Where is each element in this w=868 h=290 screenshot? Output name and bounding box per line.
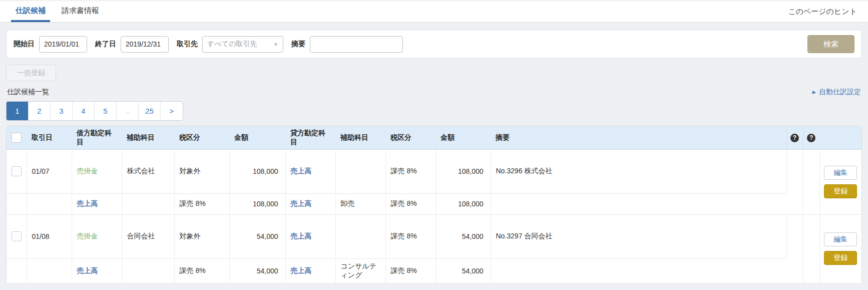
header-debit-tax: 税区分: [174, 126, 229, 149]
cell-debit-amount: 108,000: [229, 149, 285, 193]
cell-help-1: [786, 214, 803, 283]
cell-help-1: [786, 149, 803, 214]
auto-journal-settings-label: 自動仕訳設定: [819, 88, 861, 97]
row-checkbox[interactable]: [12, 231, 22, 241]
header-debit-sub: 補助科目: [122, 126, 174, 149]
partner-group: 取引先 すべての取引先 ▼: [177, 36, 283, 53]
cell-date: 01/07: [27, 149, 72, 193]
cell-debit-account[interactable]: 売上高: [72, 258, 122, 283]
header-credit-sub: 補助科目: [335, 126, 385, 149]
help-icon[interactable]: ?: [790, 134, 799, 142]
cell-credit-amount: 108,000: [436, 193, 491, 214]
list-title: 仕訳候補一覧: [7, 88, 49, 97]
chevron-down-icon: ▼: [273, 42, 278, 47]
cell-actions: 編集 登録: [819, 149, 861, 214]
cell-credit-sub: 卸売: [335, 193, 385, 214]
cell-credit-tax: 課売 8%: [385, 149, 436, 193]
register-button[interactable]: 登録: [824, 184, 857, 198]
tab-label: 仕訳候補: [16, 6, 46, 16]
tab-invoice-info[interactable]: 請求書情報: [57, 1, 104, 22]
table-header-row: 取引日 借方勘定科目 補助科目 税区分 金額 貸方勘定科目 補助科目 税区分 金…: [7, 126, 861, 149]
cell-credit-account[interactable]: 売上高: [285, 214, 335, 258]
cell-remark: No.3297 合同会社: [491, 214, 786, 258]
page-next-button[interactable]: >: [161, 102, 183, 120]
select-all-cell: [7, 126, 27, 149]
end-date-input[interactable]: [121, 36, 169, 53]
cell-credit-amount: 54,000: [436, 214, 491, 258]
header-credit-account: 貸方勘定科目: [285, 126, 335, 149]
row-checkbox[interactable]: [12, 166, 22, 176]
bulk-register-button[interactable]: 一括登録: [6, 65, 56, 81]
header-credit-tax: 税区分: [385, 126, 436, 149]
tab-journal-candidates[interactable]: 仕訳候補: [11, 1, 50, 22]
pagination: 1 2 3 4 5 .. 25 >: [6, 101, 183, 121]
header-remark: 摘要: [491, 126, 786, 149]
start-date-label: 開始日: [14, 40, 35, 49]
header-debit-account: 借方勘定科目: [72, 126, 122, 149]
cell-debit-account: 売掛金: [72, 149, 122, 193]
list-header: 仕訳候補一覧 ▶ 自動仕訳設定: [7, 88, 861, 97]
help-icon[interactable]: ?: [807, 134, 815, 142]
triangle-right-icon: ▶: [812, 90, 816, 95]
cell-credit-account[interactable]: 売上高: [285, 258, 335, 283]
table-row: 01/08 売掛金 合同会社 対象外 54,000 売上高 課売 8% 54,0…: [7, 214, 861, 258]
cell-debit-tax: 課売 8%: [174, 193, 229, 214]
end-date-label: 終了日: [95, 40, 116, 49]
cell-debit-tax: 対象外: [174, 214, 229, 258]
tab-bar: 仕訳候補 請求書情報 このページのヒント: [0, 1, 868, 23]
cell-credit-account[interactable]: 売上高: [285, 193, 335, 214]
register-button[interactable]: 登録: [824, 251, 857, 265]
header-date: 取引日: [27, 126, 72, 149]
header-help-1: ?: [786, 126, 803, 149]
page-button-5[interactable]: 5: [95, 102, 117, 120]
cell-date-empty: [27, 258, 72, 283]
cell-debit-amount: 54,000: [229, 258, 285, 283]
cell-debit-sub: [122, 258, 174, 283]
auto-journal-settings-link[interactable]: ▶ 自動仕訳設定: [812, 88, 861, 97]
page-button-4[interactable]: 4: [73, 102, 95, 120]
cell-credit-tax: 課売 8%: [385, 258, 436, 283]
edit-button[interactable]: 編集: [824, 232, 857, 246]
page-button-25[interactable]: 25: [139, 102, 161, 120]
cell-debit-sub: 合同会社: [122, 214, 174, 258]
row-checkbox-cell-empty: [7, 193, 27, 214]
header-actions: [819, 126, 861, 149]
cell-credit-tax: 課売 8%: [385, 193, 436, 214]
partner-select[interactable]: すべての取引先 ▼: [202, 36, 283, 53]
row-checkbox-cell: [7, 214, 27, 258]
cell-remark-empty: [491, 193, 786, 214]
cell-credit-sub: [335, 214, 385, 258]
cell-actions: 編集 登録: [819, 214, 861, 283]
row-checkbox-cell: [7, 149, 27, 193]
journal-candidates-table-card: 取引日 借方勘定科目 補助科目 税区分 金額 貸方勘定科目 補助科目 税区分 金…: [6, 126, 862, 283]
cell-credit-sub: コンサルティング: [335, 258, 385, 283]
search-button[interactable]: 検索: [807, 35, 854, 53]
page-button-2[interactable]: 2: [29, 102, 51, 120]
cell-debit-amount: 54,000: [229, 214, 285, 258]
cell-debit-tax: 対象外: [174, 149, 229, 193]
cell-date: 01/08: [27, 214, 72, 258]
filter-panel: 開始日 終了日 取引先 すべての取引先 ▼ 摘要 検索: [6, 30, 862, 59]
end-date-group: 終了日: [95, 36, 169, 53]
cell-remark: No.3296 株式会社: [491, 149, 786, 193]
table-sub-row: 売上高 課売 8% 54,000 売上高 コンサルティング 課売 8% 54,0…: [7, 258, 861, 283]
cell-debit-account[interactable]: 売上高: [72, 193, 122, 214]
cell-debit-sub: 株式会社: [122, 149, 174, 193]
page-button-1[interactable]: 1: [7, 102, 29, 120]
cell-debit-amount: 108,000: [229, 193, 285, 214]
remark-label: 摘要: [291, 40, 305, 49]
row-checkbox-cell-empty: [7, 258, 27, 283]
edit-button[interactable]: 編集: [824, 166, 857, 180]
cell-credit-amount: 54,000: [436, 258, 491, 283]
cell-credit-account[interactable]: 売上高: [285, 149, 335, 193]
start-date-input[interactable]: [39, 36, 87, 53]
cell-credit-amount: 108,000: [436, 149, 491, 193]
tabbar-spacer: [111, 1, 788, 22]
cell-debit-tax: 課売 8%: [174, 258, 229, 283]
remark-input[interactable]: [310, 36, 403, 53]
page-hint-link[interactable]: このページのヒント: [788, 1, 857, 22]
page-button-3[interactable]: 3: [51, 102, 73, 120]
header-credit-amount: 金額: [436, 126, 491, 149]
select-all-checkbox[interactable]: [12, 133, 22, 143]
table-sub-row: 売上高 課売 8% 108,000 売上高 卸売 課売 8% 108,000: [7, 193, 861, 214]
